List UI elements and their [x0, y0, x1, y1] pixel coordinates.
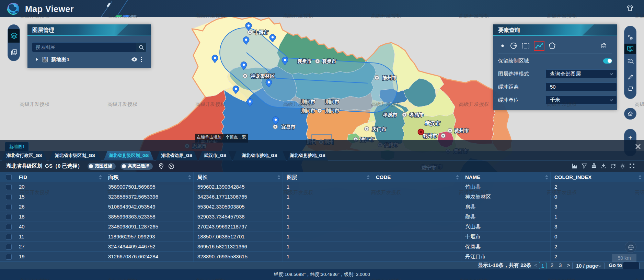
- svg-text:孝感市: 孝感市: [383, 112, 398, 117]
- svg-text:随州市: 随州市: [382, 75, 397, 80]
- svg-text:十堰市: 十堰市: [254, 30, 268, 35]
- svg-text:襄樊市: 襄樊市: [322, 58, 336, 64]
- svg-text:荆门市: 荆门市: [301, 108, 315, 113]
- svg-text:天门市: 天门市: [372, 126, 387, 132]
- svg-text:襄樊市: 襄樊市: [297, 58, 312, 64]
- svg-text:黄州市: 黄州市: [454, 128, 469, 133]
- svg-text:神龙架林区: 神龙架林区: [250, 73, 275, 79]
- svg-text:荆门市: 荆门市: [301, 99, 315, 104]
- svg-text:荆门市: 荆门市: [325, 108, 340, 113]
- svg-text:荆门市: 荆门市: [325, 99, 340, 104]
- svg-text:武汉市: 武汉市: [425, 120, 440, 126]
- svg-text:鄂州市: 鄂州市: [423, 133, 437, 138]
- svg-text:宜昌市: 宜昌市: [281, 124, 296, 130]
- svg-text:孝感市: 孝感市: [409, 112, 424, 117]
